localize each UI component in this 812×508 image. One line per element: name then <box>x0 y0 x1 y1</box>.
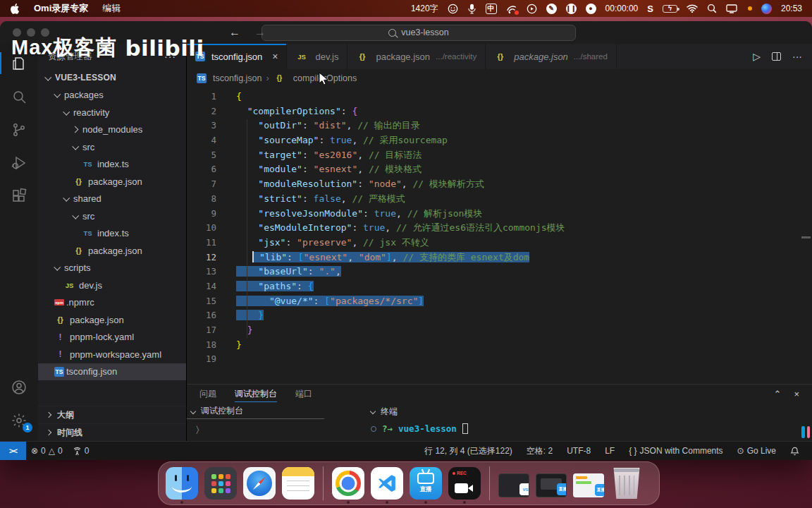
dock-min-window-notes[interactable]: 直播 <box>573 462 604 504</box>
encoding[interactable]: UTF-8 <box>560 442 598 460</box>
code-line[interactable]: 3 "outDir": "dist", // 输出的目录 <box>187 119 812 133</box>
tree-item-node-modules[interactable]: node_modules <box>38 121 186 139</box>
code-line[interactable]: 13 "baseUrl": ".", <box>187 265 812 279</box>
tree-item-package-json[interactable]: {}package.json <box>38 311 186 329</box>
nav-forward-button[interactable]: → <box>254 26 266 39</box>
dock-launchpad[interactable] <box>204 462 237 504</box>
sidebar-section-outline[interactable]: 大纲 <box>38 406 186 423</box>
dock-safari[interactable] <box>243 462 276 504</box>
siri-icon[interactable] <box>761 4 772 14</box>
minimize-window-button[interactable] <box>27 28 35 37</box>
panel-tab-端口[interactable]: 端口 <box>295 385 312 404</box>
microphone-icon[interactable] <box>467 3 476 14</box>
battery-icon[interactable]: ϟ <box>663 5 677 13</box>
tree-item-vue3-lesson[interactable]: VUE3-LESSON <box>38 69 186 87</box>
sidebar-more-icon[interactable]: ··· <box>164 51 176 62</box>
code-line[interactable]: 18} <box>187 338 812 353</box>
indentation[interactable]: 空格: 2 <box>519 442 560 460</box>
editor-more-icon[interactable]: ··· <box>792 51 802 62</box>
tree-item-packages[interactable]: packages <box>38 87 186 104</box>
dock-screen-recorder[interactable]: REC <box>448 462 481 504</box>
panel-tab-问题[interactable]: 问题 <box>199 385 216 404</box>
code-line[interactable]: 7 "moduleResolution": "node", // 模块解析方式 <box>187 177 812 192</box>
tree-item-scripts[interactable]: scripts <box>38 260 186 277</box>
problems-status[interactable]: ⊗ 0 △ 0 <box>26 442 68 460</box>
code-line[interactable]: 12 "lib": ["esnext", "dom"], // 支持的类库 es… <box>187 250 812 265</box>
record-circle-icon[interactable]: ● <box>586 4 596 14</box>
tab-tsconfig-json[interactable]: TStsconfig.json× <box>187 44 287 69</box>
ports-status[interactable]: 0 <box>68 442 94 460</box>
notifications-bell[interactable] <box>783 442 806 460</box>
tree-item-package-json[interactable]: {}package.json <box>38 173 186 190</box>
tree-item-src[interactable]: src <box>38 138 186 156</box>
tree-item-tsconfig-json[interactable]: TStsconfig.json <box>38 363 186 381</box>
activitybar-account[interactable] <box>0 370 38 404</box>
tree-item-pnpm-workspace-yaml[interactable]: !pnpm-workspace.yaml <box>38 346 186 363</box>
dock-notes[interactable] <box>282 462 314 504</box>
tab-package-json[interactable]: {}package.json.../reactivity <box>347 44 486 69</box>
pause-circle-icon[interactable]: ❙❙ <box>566 4 577 14</box>
breadcrumb-file[interactable]: tsconfig.json <box>213 73 262 83</box>
breadcrumb[interactable]: TS tsconfig.json › {} compilerOptions <box>187 69 812 87</box>
tree-item-package-json[interactable]: {}package.json <box>38 242 186 260</box>
language-mode[interactable]: { } JSON with Comments <box>622 442 730 460</box>
code-line[interactable]: 17 } <box>187 323 812 338</box>
annotate-circle-icon[interactable]: ✎ <box>546 4 557 14</box>
breadcrumb-symbol[interactable]: compilerOptions <box>293 73 357 83</box>
code-line[interactable]: 8 "strict": false, // 严格模式 <box>187 192 812 207</box>
dock-min-window-vscode[interactable]: VS <box>498 462 529 504</box>
tree-item-reactivity[interactable]: reactivity <box>38 104 186 121</box>
vscode-title-bar[interactable]: ← → vue3-lesson <box>0 21 812 44</box>
wifi-icon[interactable] <box>687 3 698 14</box>
split-editor-icon[interactable] <box>772 52 781 61</box>
close-panel-icon[interactable]: × <box>794 389 799 399</box>
debug-console-header[interactable]: 调试控制台 <box>187 404 324 419</box>
tree-item-shared[interactable]: shared <box>38 190 186 208</box>
apple-logo-icon[interactable] <box>10 4 20 14</box>
tab-package-json[interactable]: {}package.json.../shared <box>486 44 617 69</box>
run-button[interactable]: ▷ <box>753 51 761 62</box>
input-method-icon[interactable]: 中 <box>486 4 497 14</box>
activitybar-source-control[interactable] <box>0 113 38 146</box>
menubar-menu-edit[interactable]: 编辑 <box>102 2 121 15</box>
sidebar-section-timeline[interactable]: 时间线 <box>38 423 186 441</box>
close-icon[interactable]: × <box>272 51 278 62</box>
code-line[interactable]: 1{ <box>187 90 812 104</box>
tree-item--npmrc[interactable]: npm.npmrc <box>38 294 186 312</box>
activitybar-search[interactable] <box>0 80 38 113</box>
panel-tab-调试控制台[interactable]: 调试控制台 <box>235 385 277 404</box>
activitybar-run-debug[interactable] <box>0 146 38 179</box>
menubar-app-name[interactable]: Omi录屏专家 <box>34 2 88 15</box>
dock-vscode[interactable] <box>371 462 403 504</box>
nav-back-button[interactable]: ← <box>229 26 240 39</box>
tree-item-index-ts[interactable]: TSindex.ts <box>38 225 186 243</box>
code-line[interactable]: 11 "jsx": "preserve", // jsx 不转义 <box>187 236 812 250</box>
code-line[interactable]: 15 "@vue/*": ["packages/*/src"] <box>187 294 812 309</box>
code-line[interactable]: 2 "compilerOptions": { <box>187 104 812 119</box>
eol-sequence[interactable]: LF <box>598 442 622 460</box>
tree-item-pnpm-lock-yaml[interactable]: !pnpm-lock.yaml <box>38 329 186 346</box>
activitybar-settings[interactable]: 1 <box>0 404 38 437</box>
code-line[interactable]: 16 } <box>187 308 812 323</box>
display-icon[interactable] <box>726 3 737 14</box>
collapse-panel-icon[interactable]: ⌃ <box>774 389 782 399</box>
remote-indicator[interactable]: >< <box>0 442 26 460</box>
play-circle-icon[interactable] <box>527 3 537 14</box>
code-line[interactable]: 6 "module": "esnext", // 模块格式 <box>187 162 812 177</box>
tree-item-dev-js[interactable]: JSdev.js <box>38 277 186 294</box>
screen-mirroring-icon[interactable] <box>506 3 517 14</box>
activitybar-explorer[interactable] <box>0 47 38 80</box>
tree-item-index-ts[interactable]: TSindex.ts <box>38 156 186 174</box>
code-line[interactable]: 14 "paths": { <box>187 279 812 294</box>
dock-bilibili-live[interactable]: 直播 <box>410 462 442 504</box>
sogou-input-icon[interactable]: S <box>647 3 653 14</box>
debug-console-input[interactable]: 〉 <box>187 419 367 437</box>
code-line[interactable]: 19 <box>187 352 812 367</box>
tab-dev-js[interactable]: JSdev.js <box>287 44 347 69</box>
dock-min-window-recorder[interactable]: 直播 <box>536 462 567 504</box>
go-live-button[interactable]: ⊙ Go Live <box>730 442 783 460</box>
terminal-prompt-line[interactable]: ?→ vue3-lesson <box>367 419 812 434</box>
terminal-header[interactable]: 终端 <box>367 404 812 419</box>
code-editor[interactable]: 1{2 "compilerOptions": {3 "outDir": "dis… <box>187 87 812 384</box>
code-line[interactable]: 10 "esModuleInterop": true, // 允许通过es6语法… <box>187 221 812 236</box>
